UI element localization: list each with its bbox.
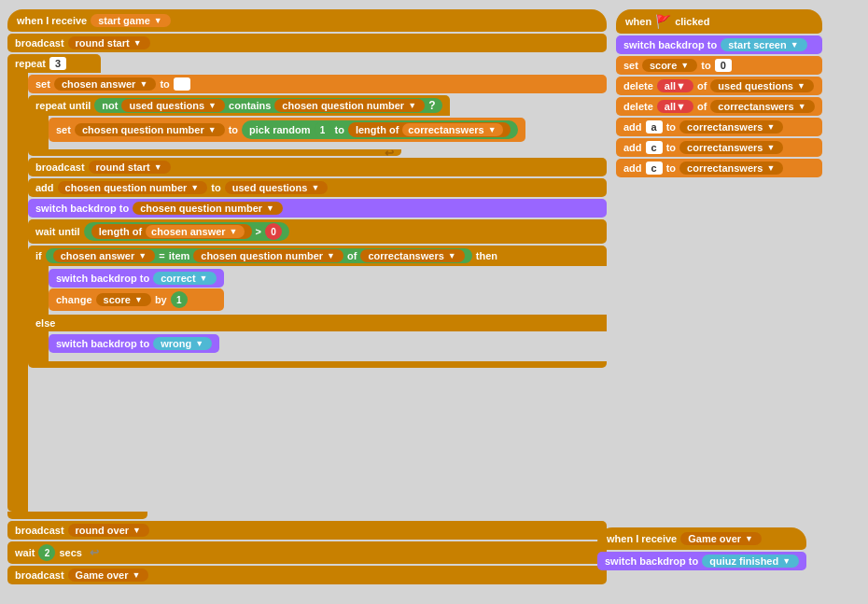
receive-msg-pill[interactable]: start game ▼ [91, 14, 171, 27]
delete-all2-pill[interactable]: all▼ [657, 100, 693, 113]
correctanswers5-pill[interactable]: correctanswers ▼ [679, 162, 783, 175]
roundover-msg-arrow[interactable]: ▼ [133, 526, 142, 535]
length-gt-pill[interactable]: length of chosen answer ▼ > 0 [84, 222, 289, 241]
gameover-msg-pill[interactable]: Game over ▼ [68, 569, 149, 582]
broadcast-roundstart-block[interactable]: broadcast round start ▼ [7, 34, 607, 52]
wait-until-block[interactable]: wait until length of chosen answer ▼ > 0 [28, 219, 607, 244]
broadcast-roundstart2-block[interactable]: broadcast round start ▼ [28, 158, 607, 176]
if-chosen-answer-pill[interactable]: chosen answer ▼ [53, 249, 155, 262]
finished-pill[interactable]: quiuz finished ▼ [702, 555, 799, 568]
score2-arrow[interactable]: ▼ [680, 61, 690, 70]
roundover-msg-pill[interactable]: round over ▼ [68, 524, 149, 537]
correct-arrow[interactable]: ▼ [200, 274, 209, 283]
length-chosen-pill[interactable]: length of chosen answer ▼ [91, 224, 252, 239]
correctanswers5-arrow[interactable]: ▼ [766, 163, 776, 173]
add-list-pill[interactable]: used questions ▼ [225, 181, 329, 194]
chosen-answer2-pill[interactable]: chosen answer ▼ [146, 225, 244, 238]
add-qnum-arrow[interactable]: ▼ [190, 183, 200, 192]
switch-wrong-block[interactable]: switch backdrop to wrong ▼ [49, 334, 219, 353]
correctanswers-arrow[interactable]: ▼ [488, 125, 497, 134]
chosen-qnum2-arrow[interactable]: ▼ [208, 125, 217, 134]
if-condition-pill[interactable]: chosen answer ▼ = item chosen question n… [46, 248, 472, 263]
chosen-qnum2-pill[interactable]: chosen question number ▼ [75, 123, 225, 136]
switch-backdrop-arrow[interactable]: ▼ [266, 204, 275, 213]
used-questions-pill[interactable]: used questions ▼ [121, 99, 225, 112]
correct-pill[interactable]: correct ▼ [153, 272, 216, 285]
used-questions2-pill[interactable]: used questions ▼ [710, 79, 814, 92]
add-qnum-block[interactable]: add chosen question number ▼ to used que… [28, 178, 607, 197]
broadcast-msg-pill[interactable]: round start ▼ [68, 36, 150, 49]
correctanswers3-arrow[interactable]: ▼ [766, 122, 776, 132]
repeat-count[interactable]: 3 [49, 57, 66, 70]
broadcast2-msg-arrow[interactable]: ▼ [154, 162, 163, 172]
correctanswers4-pill[interactable]: correctanswers ▼ [679, 141, 783, 154]
correctanswers3-pill[interactable]: correctanswers ▼ [679, 120, 783, 133]
correctanswers2-pill[interactable]: correctanswers ▼ [710, 100, 814, 113]
wrong-arrow[interactable]: ▼ [195, 339, 204, 348]
item-qnum-arrow[interactable]: ▼ [327, 251, 336, 260]
repeat-until-header[interactable]: repeat until not used questions ▼ contai… [28, 95, 450, 116]
broadcast-msg-arrow[interactable]: ▼ [133, 38, 143, 48]
when-clicked-hat[interactable]: when 🚩 clicked [616, 9, 822, 34]
gameover-receive-arrow[interactable]: ▼ [745, 534, 754, 543]
finished-arrow[interactable]: ▼ [782, 556, 791, 566]
item-qnum-pill[interactable]: chosen question number ▼ [193, 249, 343, 262]
broadcast2-msg-pill[interactable]: round start ▼ [89, 161, 171, 174]
correctanswers-pill[interactable]: correctanswers ▼ [402, 123, 502, 136]
repeat-3-header[interactable]: repeat 3 [7, 54, 101, 73]
set-empty-box[interactable] [174, 77, 190, 91]
if-header[interactable]: if chosen answer ▼ = item chosen questio… [28, 246, 607, 266]
add-qnum-pill[interactable]: chosen question number ▼ [58, 181, 208, 194]
switch-backdrop-val-pill[interactable]: chosen question number ▼ [133, 202, 283, 215]
item-list-arrow[interactable]: ▼ [448, 251, 457, 260]
score-zero-box[interactable]: 0 [715, 59, 732, 72]
set-chosen-answer-block[interactable]: set chosen answer ▼ to [28, 75, 607, 93]
start-screen-arrow[interactable]: ▼ [791, 40, 800, 49]
add-c1-block[interactable]: add c to correctanswers ▼ [616, 138, 822, 157]
set-qnum-block[interactable]: set chosen question number ▼ to pick ran… [49, 118, 525, 142]
gameover-receive-pill[interactable]: Game over ▼ [680, 532, 762, 545]
wait-secs-block[interactable]: wait 2 secs ↩ [7, 541, 607, 564]
add-c2-block[interactable]: add c to correctanswers ▼ [616, 159, 822, 177]
chosen-answer2-arrow[interactable]: ▼ [230, 227, 239, 236]
chosen-answer-pill[interactable]: chosen answer ▼ [54, 77, 156, 91]
chosen-qnum-pill[interactable]: chosen question number ▼ [274, 99, 425, 112]
wrong-pill[interactable]: wrong ▼ [153, 337, 212, 350]
when-receive-block[interactable]: when I receive start game ▼ [7, 9, 607, 32]
pick-random-pill[interactable]: pick random 1 to length of correctanswer… [242, 120, 518, 139]
switch-start-screen-block[interactable]: switch backdrop to start screen ▼ [616, 35, 822, 54]
delete-used-questions-block[interactable]: delete all▼ of used questions ▼ [616, 77, 822, 95]
when-receive-gameover-hat[interactable]: when I receive Game over ▼ [597, 527, 806, 550]
used-questions2-arrow[interactable]: ▼ [797, 81, 806, 91]
score-arrow[interactable]: ▼ [134, 295, 144, 304]
switch-correct-block[interactable]: switch backdrop to correct ▼ [49, 269, 224, 288]
delete-correctanswers-block[interactable]: delete all▼ of correctanswers ▼ [616, 97, 822, 116]
add-c2-val[interactable]: c [646, 162, 663, 175]
add-c1-val[interactable]: c [646, 141, 663, 154]
length-of-pill[interactable]: length of correctanswers ▼ [348, 122, 511, 137]
switch-finished-block[interactable]: switch backdrop to quiuz finished ▼ [597, 552, 806, 570]
change-score-block[interactable]: change score ▼ by 1 [49, 288, 224, 311]
if-chosen-answer-arrow[interactable]: ▼ [138, 251, 147, 260]
add-a-val[interactable]: a [646, 120, 663, 133]
correctanswers4-arrow[interactable]: ▼ [766, 143, 776, 152]
chosen-answer-arrow[interactable]: ▼ [139, 79, 148, 89]
item-list-pill[interactable]: correctanswers ▼ [360, 249, 464, 262]
correctanswers2-arrow[interactable]: ▼ [798, 102, 807, 111]
set-score-block[interactable]: set score ▼ to 0 [616, 56, 822, 75]
score2-pill[interactable]: score ▼ [642, 59, 697, 72]
switch-backdrop-qnum-block[interactable]: switch backdrop to chosen question numbe… [28, 199, 607, 218]
repeat-label: repeat [15, 58, 46, 69]
chosen-qnum-arrow[interactable]: ▼ [408, 101, 417, 110]
receive-msg-arrow[interactable]: ▼ [154, 16, 163, 25]
add-list-arrow[interactable]: ▼ [311, 183, 320, 192]
broadcast-roundover-block[interactable]: broadcast round over ▼ [7, 521, 607, 540]
score-pill[interactable]: score ▼ [96, 293, 151, 306]
used-questions-arrow[interactable]: ▼ [208, 101, 217, 110]
delete-all-pill[interactable]: all▼ [657, 79, 693, 92]
start-screen-pill[interactable]: start screen ▼ [721, 38, 806, 51]
not-contains-pill[interactable]: not used questions ▼ contains chosen que… [94, 98, 442, 113]
gameover-msg-arrow[interactable]: ▼ [132, 570, 141, 580]
add-a-block[interactable]: add a to correctanswers ▼ [616, 118, 822, 136]
broadcast-gameover-block[interactable]: broadcast Game over ▼ [7, 566, 607, 584]
